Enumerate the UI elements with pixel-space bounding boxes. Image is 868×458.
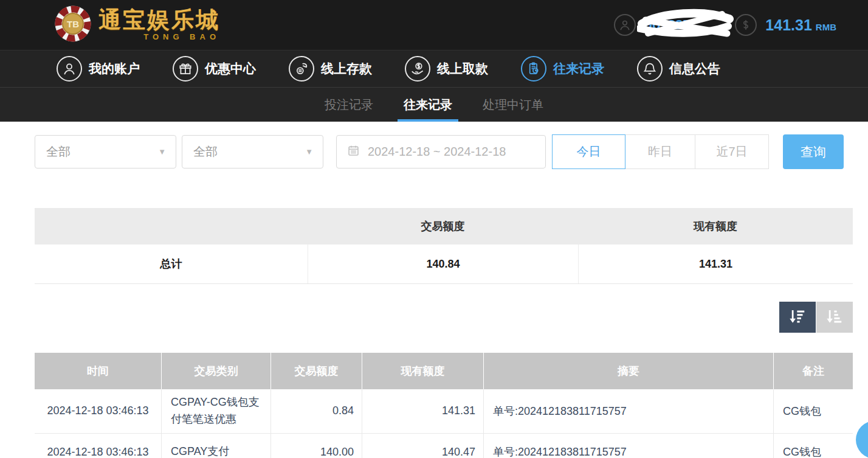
nav-label: 线上存款 (321, 60, 372, 77)
page: TB 通宝娱乐城 TONG BAO bo7325 (0, 0, 868, 458)
filter-bar: 全部 ▼ 全部 ▼ 2024-12-18 ~ 2024-12-18 今日 (35, 134, 868, 169)
sort-descending-button[interactable] (779, 302, 816, 333)
nav-label: 信息公告 (669, 60, 720, 77)
tab-processing-orders[interactable]: 处理中订单 (480, 88, 546, 122)
quick-date-buttons: 今日 昨日 近7日 (552, 134, 769, 169)
floating-chat-button[interactable] (856, 421, 868, 458)
records-table: 时间交易类别交易额度现有额度摘要备注 2024-12-18 03:46:13CG… (35, 353, 853, 458)
records-body: 2024-12-18 03:46:13CGPAY-CG钱包支付笔笔送优惠0.84… (35, 389, 853, 458)
sort-descending-icon (788, 307, 807, 327)
table-cell: 141.31 (362, 389, 483, 433)
logo-subtitle: TONG BAO (98, 32, 220, 41)
logo-title: 通宝娱乐城 (98, 9, 220, 31)
dollar-coin-icon (735, 14, 757, 36)
table-cell: 单号:202412183811715757 (483, 389, 773, 433)
nav-label: 往来记录 (553, 60, 604, 77)
summary-header-balance: 现有额度 (578, 219, 853, 234)
table-cell: CGPAY-CG钱包支付笔笔送优惠 (161, 389, 270, 433)
site-logo[interactable]: TB 通宝娱乐城 TONG BAO (53, 4, 220, 46)
gift-icon (173, 56, 198, 82)
username-text: bo7325 (644, 17, 691, 33)
column-header: 备注 (773, 353, 853, 389)
category-dropdown[interactable]: 全部 ▼ (35, 135, 176, 168)
summary-table: 交易额度 现有额度 总计 140.84 141.31 (35, 208, 853, 284)
main-navigation: 我的账户 优惠中心 (0, 50, 868, 87)
tab-betting-records[interactable]: 投注记录 (322, 88, 376, 122)
balance-currency: RMB (816, 22, 836, 32)
sort-ascending-button[interactable] (816, 302, 853, 333)
summary-total-row: 总计 140.84 141.31 (35, 245, 853, 284)
active-tab-underline (398, 119, 458, 122)
date-range-value: 2024-12-18 ~ 2024-12-18 (368, 145, 506, 159)
svg-text:TB: TB (67, 19, 79, 29)
user-avatar-icon (614, 14, 636, 36)
summary-header-transaction: 交易额度 (308, 219, 578, 234)
table-cell: 0.84 (270, 389, 362, 433)
casino-chip-icon: TB (53, 4, 92, 46)
tab-label: 投注记录 (325, 97, 373, 113)
table-cell: 2024-12-18 03:46:13 (35, 434, 161, 458)
nav-item-withdraw[interactable]: 线上取款 (405, 56, 488, 82)
balance-amount: 141.31RMB (765, 16, 836, 34)
type-dropdown-value: 全部 (193, 144, 218, 160)
chevron-down-icon: ▼ (158, 147, 166, 156)
calendar-icon (347, 144, 360, 160)
column-header: 交易额度 (270, 353, 362, 389)
type-dropdown[interactable]: 全部 ▼ (182, 135, 323, 168)
table-cell: 140.00 (270, 434, 362, 458)
tab-label: 往来记录 (404, 97, 452, 113)
last-7-days-button[interactable]: 近7日 (695, 134, 769, 169)
summary-balance-total: 141.31 (578, 245, 853, 283)
tab-label: 处理中订单 (483, 97, 543, 113)
table-cell: 2024-12-18 03:46:13 (35, 389, 161, 433)
nav-item-promotions[interactable]: 优惠中心 (173, 56, 256, 82)
table-cell: CGPAY支付 (161, 434, 270, 458)
nav-item-my-account[interactable]: 我的账户 (57, 56, 140, 82)
record-tabs: 投注记录 往来记录 处理中订单 (0, 87, 868, 122)
sort-controls (0, 302, 853, 333)
bell-icon (637, 56, 663, 82)
table-cell: CG钱包 (773, 434, 853, 458)
today-button[interactable]: 今日 (552, 134, 625, 169)
user-icon (57, 56, 82, 82)
logo-text: 通宝娱乐城 TONG BAO (98, 9, 220, 41)
tab-transaction-records[interactable]: 往来记录 (401, 88, 455, 122)
user-account: bo7325 (614, 14, 691, 36)
nav-label: 线上取款 (437, 60, 488, 77)
summary-total-label: 总计 (35, 257, 308, 271)
category-dropdown-value: 全部 (46, 144, 71, 160)
date-range-input[interactable]: 2024-12-18 ~ 2024-12-18 (336, 135, 546, 168)
nav-item-records[interactable]: 往来记录 (521, 56, 604, 82)
yesterday-button[interactable]: 昨日 (625, 134, 695, 169)
table-cell: 单号:202412183811715757 (483, 434, 773, 458)
chevron-down-icon: ▼ (305, 147, 313, 156)
balance-number: 141.31 (765, 16, 811, 33)
summary-header-row: 交易额度 现有额度 (35, 208, 853, 245)
table-row: 2024-12-18 03:46:13CGPAY-CG钱包支付笔笔送优惠0.84… (35, 389, 853, 434)
records-header-row: 时间交易类别交易额度现有额度摘要备注 (35, 353, 853, 389)
search-button[interactable]: 查询 (783, 134, 844, 169)
nav-label: 我的账户 (89, 60, 140, 77)
wallet-balance: 141.31RMB (735, 14, 836, 36)
nav-label: 优惠中心 (205, 60, 256, 77)
table-cell: CG钱包 (773, 389, 853, 433)
summary-transaction-total: 140.84 (308, 245, 578, 283)
deposit-icon (289, 56, 314, 82)
table-row: 2024-12-18 03:46:13CGPAY支付140.00140.47单号… (35, 434, 853, 458)
top-header: TB 通宝娱乐城 TONG BAO bo7325 (0, 0, 868, 50)
column-header: 时间 (35, 353, 161, 389)
topbar-right: bo7325 141.31RMB (614, 0, 836, 50)
table-cell: 140.47 (362, 434, 483, 458)
column-header: 交易类别 (161, 353, 270, 389)
nav-item-deposit[interactable]: 线上存款 (289, 56, 372, 82)
records-icon (521, 56, 546, 82)
column-header: 现有额度 (362, 353, 483, 389)
withdraw-icon (405, 56, 430, 82)
nav-item-announcements[interactable]: 信息公告 (637, 56, 720, 82)
sort-ascending-icon (825, 307, 844, 327)
column-header: 摘要 (483, 353, 773, 389)
